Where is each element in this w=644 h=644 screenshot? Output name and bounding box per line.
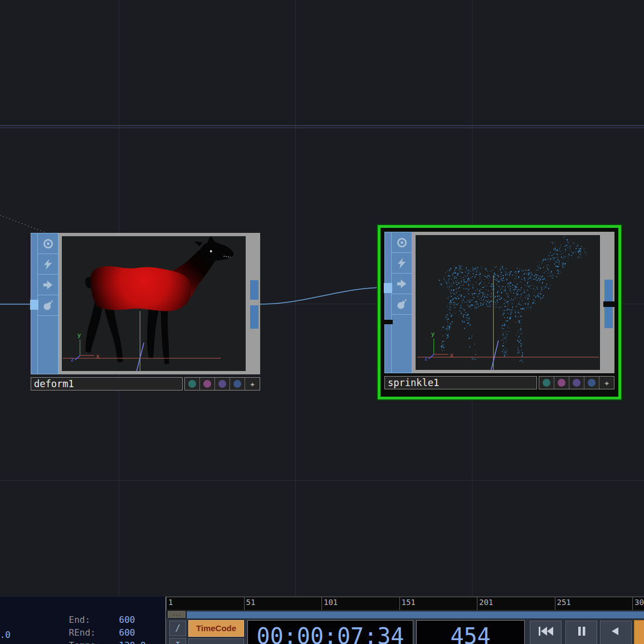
node-color-palette: ✦ [539, 376, 614, 389]
output-connector-1[interactable] [604, 280, 613, 301]
cook-flag-button[interactable] [38, 295, 58, 316]
svg-text:y: y [431, 330, 435, 338]
selection-border-sprinkle1: y x z sprinkle1 ✦ [378, 225, 621, 399]
arrow-right-icon [396, 278, 408, 290]
bypass-flag-button[interactable] [392, 253, 412, 274]
flag-column [392, 232, 412, 373]
family-star-icon[interactable]: ✦ [245, 378, 260, 390]
viewer-flag-button[interactable] [392, 232, 412, 253]
bypass-flag-button[interactable] [38, 254, 58, 275]
viewer-flag-button[interactable] [38, 233, 58, 254]
timeline-settings-panel: 1.0 End: 600 REnd: 600 Tempo: 120.0 T.Si… [0, 596, 165, 644]
export-flag-button[interactable] [392, 274, 412, 294]
palette-color-1[interactable] [185, 378, 200, 390]
flag-column-filler [38, 316, 58, 374]
output-connector-2[interactable] [250, 305, 258, 329]
pause-icon [573, 626, 590, 637]
ruler-tick: 101 [321, 597, 322, 610]
palette-color-3[interactable] [215, 378, 230, 390]
arrow-right-icon [42, 279, 54, 291]
svg-text:x: x [96, 353, 100, 360]
deform1-viewer[interactable]: y x z [62, 236, 246, 371]
flag-column [38, 233, 58, 374]
deer-model [85, 236, 233, 364]
bullseye-icon [396, 237, 408, 248]
timecode-mode-button[interactable]: TimeCode [188, 620, 244, 637]
ruler-tick: 1 [166, 597, 167, 610]
palette-color-4[interactable] [230, 378, 245, 390]
output-connector-2[interactable] [604, 307, 613, 328]
step-back-button[interactable] [600, 621, 632, 644]
play-button[interactable] [634, 620, 644, 644]
clipped-value-field[interactable]: 1.0 [0, 630, 11, 640]
ruler-tick: 251 [555, 597, 555, 610]
units-i-button[interactable]: I [169, 638, 186, 644]
viewer-frame: y x z [412, 232, 603, 373]
output-connector-strip[interactable] [603, 232, 614, 373]
palette-color-4[interactable] [584, 377, 599, 389]
node-name: sprinkle1 [388, 377, 439, 388]
input-connector[interactable] [384, 283, 392, 293]
units-slash-button[interactable]: / [169, 621, 186, 636]
range-options-button[interactable]: ... [168, 611, 186, 618]
output-connector-1[interactable] [250, 280, 258, 300]
beats-mode-button[interactable]: Beats [188, 638, 244, 644]
connector-divider [603, 301, 614, 307]
node-name: deform1 [34, 378, 74, 389]
wire-deform1-to-sprinkle1[interactable] [260, 287, 384, 304]
point-cloud-deer [438, 235, 591, 367]
bomb-icon [396, 299, 408, 310]
lightning-icon [396, 257, 408, 269]
skip-to-start-button[interactable] [530, 621, 562, 644]
sprinkle1-viewer[interactable]: y x z [416, 235, 600, 370]
skip-to-start-icon [538, 626, 554, 637]
pause-button[interactable] [565, 621, 597, 644]
node-name-field[interactable]: deform1 [31, 377, 183, 391]
node-sprinkle1[interactable]: y x z sprinkle1 ✦ [384, 232, 614, 389]
bomb-icon [42, 300, 54, 311]
input-connector[interactable] [30, 300, 38, 310]
frame-ruler[interactable]: 151101151201251301 [166, 597, 644, 611]
timecode-display[interactable]: 00:00:07:34 [247, 620, 413, 644]
node-name-field[interactable]: sprinkle1 [384, 376, 537, 389]
palette-color-3[interactable] [569, 377, 584, 389]
viewer-frame: y x z [58, 233, 249, 374]
palette-color-2[interactable] [554, 377, 569, 389]
cook-flag-button[interactable] [392, 294, 412, 315]
node-color-palette: ✦ [184, 377, 260, 391]
palette-color-2[interactable] [200, 378, 215, 390]
step-back-icon [608, 626, 625, 637]
ruler-tick: 301 [632, 597, 633, 610]
svg-text:x: x [450, 352, 453, 359]
output-connector-strip[interactable] [249, 233, 260, 374]
ruler-tick: 51 [244, 597, 245, 610]
family-star-icon[interactable]: ✦ [599, 377, 614, 389]
palette-color-1[interactable] [539, 377, 554, 389]
connector-divider [384, 320, 393, 324]
ruler-tick: 201 [477, 597, 477, 610]
ruler-tick: 151 [399, 597, 400, 610]
range-row: ... [166, 611, 644, 618]
export-flag-button[interactable] [38, 275, 58, 295]
svg-text:z: z [425, 355, 428, 362]
svg-text:z: z [71, 357, 74, 363]
bullseye-icon [42, 238, 54, 250]
lightning-icon [42, 258, 54, 270]
node-deform1[interactable]: y x z deform1 ✦ [31, 233, 260, 391]
input-connector-strip[interactable] [384, 232, 392, 373]
range-bar[interactable] [187, 611, 644, 618]
frame-display[interactable]: 454 [416, 620, 525, 644]
svg-text:y: y [77, 331, 81, 339]
input-connector-strip[interactable] [31, 233, 38, 374]
flag-column-filler [392, 315, 412, 373]
timeline-panel: 151101151201251301 ... / I TimeCode Beat… [165, 597, 644, 644]
